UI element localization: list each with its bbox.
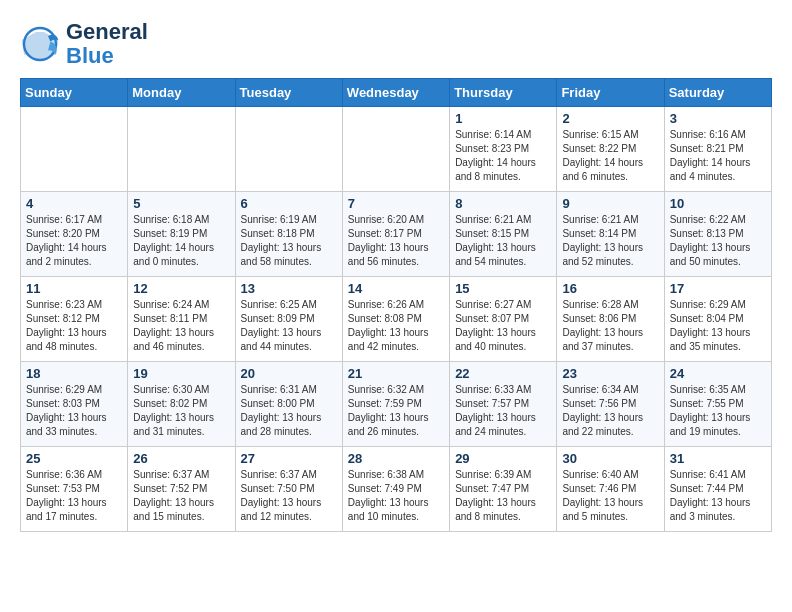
calendar-week-row: 1Sunrise: 6:14 AM Sunset: 8:23 PM Daylig… [21, 107, 772, 192]
day-info: Sunrise: 6:25 AM Sunset: 8:09 PM Dayligh… [241, 298, 337, 354]
day-info: Sunrise: 6:17 AM Sunset: 8:20 PM Dayligh… [26, 213, 122, 269]
day-info: Sunrise: 6:31 AM Sunset: 8:00 PM Dayligh… [241, 383, 337, 439]
day-info: Sunrise: 6:21 AM Sunset: 8:14 PM Dayligh… [562, 213, 658, 269]
day-number: 5 [133, 196, 229, 211]
day-number: 26 [133, 451, 229, 466]
day-info: Sunrise: 6:33 AM Sunset: 7:57 PM Dayligh… [455, 383, 551, 439]
day-number: 6 [241, 196, 337, 211]
logo-text: General Blue [66, 20, 148, 68]
calendar-cell: 19Sunrise: 6:30 AM Sunset: 8:02 PM Dayli… [128, 362, 235, 447]
calendar-cell [21, 107, 128, 192]
day-info: Sunrise: 6:37 AM Sunset: 7:50 PM Dayligh… [241, 468, 337, 524]
day-info: Sunrise: 6:32 AM Sunset: 7:59 PM Dayligh… [348, 383, 444, 439]
day-number: 23 [562, 366, 658, 381]
calendar-cell: 11Sunrise: 6:23 AM Sunset: 8:12 PM Dayli… [21, 277, 128, 362]
calendar-week-row: 11Sunrise: 6:23 AM Sunset: 8:12 PM Dayli… [21, 277, 772, 362]
day-info: Sunrise: 6:18 AM Sunset: 8:19 PM Dayligh… [133, 213, 229, 269]
day-number: 8 [455, 196, 551, 211]
day-number: 10 [670, 196, 766, 211]
logo: General Blue [20, 20, 148, 68]
calendar-cell: 22Sunrise: 6:33 AM Sunset: 7:57 PM Dayli… [450, 362, 557, 447]
calendar-cell: 25Sunrise: 6:36 AM Sunset: 7:53 PM Dayli… [21, 447, 128, 532]
calendar-cell: 26Sunrise: 6:37 AM Sunset: 7:52 PM Dayli… [128, 447, 235, 532]
calendar-cell: 14Sunrise: 6:26 AM Sunset: 8:08 PM Dayli… [342, 277, 449, 362]
weekday-header-row: SundayMondayTuesdayWednesdayThursdayFrid… [21, 79, 772, 107]
day-info: Sunrise: 6:28 AM Sunset: 8:06 PM Dayligh… [562, 298, 658, 354]
calendar-cell: 3Sunrise: 6:16 AM Sunset: 8:21 PM Daylig… [664, 107, 771, 192]
day-number: 25 [26, 451, 122, 466]
calendar-cell: 10Sunrise: 6:22 AM Sunset: 8:13 PM Dayli… [664, 192, 771, 277]
day-number: 21 [348, 366, 444, 381]
day-number: 12 [133, 281, 229, 296]
day-info: Sunrise: 6:29 AM Sunset: 8:03 PM Dayligh… [26, 383, 122, 439]
day-info: Sunrise: 6:34 AM Sunset: 7:56 PM Dayligh… [562, 383, 658, 439]
calendar-cell [128, 107, 235, 192]
weekday-header: Monday [128, 79, 235, 107]
calendar-week-row: 18Sunrise: 6:29 AM Sunset: 8:03 PM Dayli… [21, 362, 772, 447]
day-info: Sunrise: 6:21 AM Sunset: 8:15 PM Dayligh… [455, 213, 551, 269]
day-info: Sunrise: 6:30 AM Sunset: 8:02 PM Dayligh… [133, 383, 229, 439]
day-info: Sunrise: 6:38 AM Sunset: 7:49 PM Dayligh… [348, 468, 444, 524]
calendar-cell: 1Sunrise: 6:14 AM Sunset: 8:23 PM Daylig… [450, 107, 557, 192]
day-number: 19 [133, 366, 229, 381]
calendar-table: SundayMondayTuesdayWednesdayThursdayFrid… [20, 78, 772, 532]
day-info: Sunrise: 6:41 AM Sunset: 7:44 PM Dayligh… [670, 468, 766, 524]
day-number: 9 [562, 196, 658, 211]
calendar-cell: 29Sunrise: 6:39 AM Sunset: 7:47 PM Dayli… [450, 447, 557, 532]
weekday-header: Thursday [450, 79, 557, 107]
day-number: 30 [562, 451, 658, 466]
day-info: Sunrise: 6:24 AM Sunset: 8:11 PM Dayligh… [133, 298, 229, 354]
day-info: Sunrise: 6:36 AM Sunset: 7:53 PM Dayligh… [26, 468, 122, 524]
calendar-cell: 16Sunrise: 6:28 AM Sunset: 8:06 PM Dayli… [557, 277, 664, 362]
calendar-week-row: 4Sunrise: 6:17 AM Sunset: 8:20 PM Daylig… [21, 192, 772, 277]
calendar-week-row: 25Sunrise: 6:36 AM Sunset: 7:53 PM Dayli… [21, 447, 772, 532]
day-number: 13 [241, 281, 337, 296]
day-info: Sunrise: 6:16 AM Sunset: 8:21 PM Dayligh… [670, 128, 766, 184]
day-number: 24 [670, 366, 766, 381]
day-info: Sunrise: 6:20 AM Sunset: 8:17 PM Dayligh… [348, 213, 444, 269]
calendar-cell: 17Sunrise: 6:29 AM Sunset: 8:04 PM Dayli… [664, 277, 771, 362]
day-info: Sunrise: 6:40 AM Sunset: 7:46 PM Dayligh… [562, 468, 658, 524]
day-number: 20 [241, 366, 337, 381]
day-number: 3 [670, 111, 766, 126]
calendar-cell [235, 107, 342, 192]
calendar-cell: 7Sunrise: 6:20 AM Sunset: 8:17 PM Daylig… [342, 192, 449, 277]
day-info: Sunrise: 6:37 AM Sunset: 7:52 PM Dayligh… [133, 468, 229, 524]
day-info: Sunrise: 6:15 AM Sunset: 8:22 PM Dayligh… [562, 128, 658, 184]
calendar-cell: 13Sunrise: 6:25 AM Sunset: 8:09 PM Dayli… [235, 277, 342, 362]
day-info: Sunrise: 6:19 AM Sunset: 8:18 PM Dayligh… [241, 213, 337, 269]
calendar-cell: 23Sunrise: 6:34 AM Sunset: 7:56 PM Dayli… [557, 362, 664, 447]
day-number: 1 [455, 111, 551, 126]
day-number: 7 [348, 196, 444, 211]
weekday-header: Saturday [664, 79, 771, 107]
calendar-cell: 2Sunrise: 6:15 AM Sunset: 8:22 PM Daylig… [557, 107, 664, 192]
calendar-cell: 15Sunrise: 6:27 AM Sunset: 8:07 PM Dayli… [450, 277, 557, 362]
day-number: 27 [241, 451, 337, 466]
day-info: Sunrise: 6:35 AM Sunset: 7:55 PM Dayligh… [670, 383, 766, 439]
day-info: Sunrise: 6:29 AM Sunset: 8:04 PM Dayligh… [670, 298, 766, 354]
calendar-cell: 6Sunrise: 6:19 AM Sunset: 8:18 PM Daylig… [235, 192, 342, 277]
calendar-cell: 5Sunrise: 6:18 AM Sunset: 8:19 PM Daylig… [128, 192, 235, 277]
calendar-cell: 4Sunrise: 6:17 AM Sunset: 8:20 PM Daylig… [21, 192, 128, 277]
logo-icon [20, 24, 60, 64]
day-info: Sunrise: 6:26 AM Sunset: 8:08 PM Dayligh… [348, 298, 444, 354]
day-number: 15 [455, 281, 551, 296]
calendar-cell: 20Sunrise: 6:31 AM Sunset: 8:00 PM Dayli… [235, 362, 342, 447]
day-number: 18 [26, 366, 122, 381]
day-number: 14 [348, 281, 444, 296]
calendar-cell: 24Sunrise: 6:35 AM Sunset: 7:55 PM Dayli… [664, 362, 771, 447]
calendar-cell: 8Sunrise: 6:21 AM Sunset: 8:15 PM Daylig… [450, 192, 557, 277]
day-number: 4 [26, 196, 122, 211]
day-info: Sunrise: 6:14 AM Sunset: 8:23 PM Dayligh… [455, 128, 551, 184]
page-header: General Blue [20, 20, 772, 68]
calendar-cell: 31Sunrise: 6:41 AM Sunset: 7:44 PM Dayli… [664, 447, 771, 532]
weekday-header: Tuesday [235, 79, 342, 107]
calendar-cell: 28Sunrise: 6:38 AM Sunset: 7:49 PM Dayli… [342, 447, 449, 532]
day-number: 29 [455, 451, 551, 466]
weekday-header: Wednesday [342, 79, 449, 107]
day-number: 28 [348, 451, 444, 466]
calendar-cell: 12Sunrise: 6:24 AM Sunset: 8:11 PM Dayli… [128, 277, 235, 362]
calendar-cell: 18Sunrise: 6:29 AM Sunset: 8:03 PM Dayli… [21, 362, 128, 447]
weekday-header: Friday [557, 79, 664, 107]
calendar-cell: 21Sunrise: 6:32 AM Sunset: 7:59 PM Dayli… [342, 362, 449, 447]
